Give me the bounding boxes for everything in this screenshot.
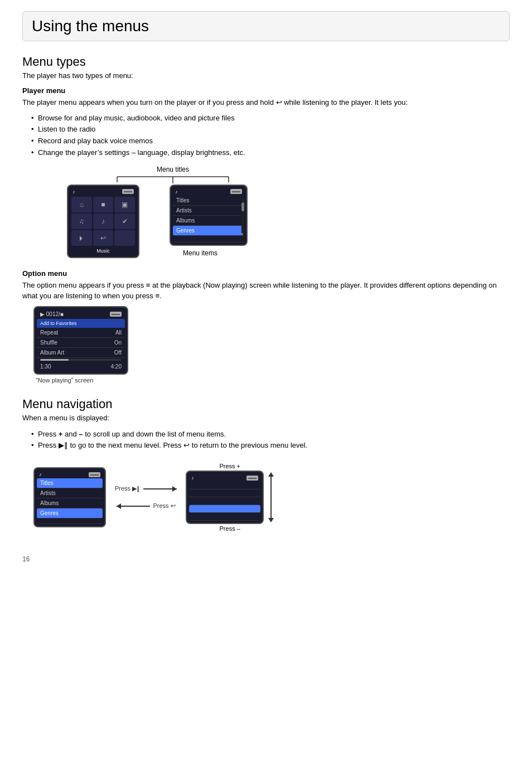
nav-right-header: ♪ ═══ (189, 474, 260, 482)
music-note-icon: ♫ (71, 214, 92, 229)
nav-arrows-middle: Press ▶‖ Press ↩ (115, 485, 177, 510)
np-albumart-value: Off (114, 350, 122, 356)
music-icon: ♪ (72, 189, 75, 195)
np-time: 1:30 4:20 (37, 362, 125, 371)
menu-music-icon: ♪ (175, 189, 178, 195)
menu-battery: ═══ (230, 189, 242, 194)
nav-right-item-2 (189, 489, 260, 497)
menu-items-list: Titles Artists Albums Genres (173, 196, 244, 243)
navigation-bullets: Press + and – to scroll up and down the … (31, 429, 510, 452)
player-menu-bullets: Browse for and play music, audiobook, vi… (31, 113, 510, 159)
page-title-box: Using the menus (22, 11, 510, 41)
menu-types-subtext: The player has two types of menu: (22, 71, 510, 80)
nav-right-battery: ═══ (246, 476, 258, 481)
nav-left-screen-container: ♪ ═══ Titles Artists Albums Genres (33, 467, 106, 527)
option-menu-label: Option menu (22, 269, 510, 278)
nav-right-item-1 (189, 482, 260, 489)
page-number-container: 16 (22, 554, 510, 563)
press-minus-text: Press – (220, 525, 240, 532)
np-row-repeat: Repeat All (37, 328, 125, 338)
vertical-arrow-container (268, 472, 274, 522)
scroll-arrow-down: ▼ (240, 232, 244, 237)
home-icon: ⌂ (71, 197, 92, 212)
nav-right-item-4 (189, 505, 260, 513)
press-back-group: Press ↩ (117, 502, 176, 510)
page-number: 16 (22, 555, 30, 563)
menu-navigation-section: Menu navigation When a menu is displayed… (22, 397, 510, 532)
back-icon: ↩ (93, 230, 114, 246)
player-menu-description: The player menu appears when you turn on… (22, 97, 510, 108)
now-playing-screen: ▶ 0012/■ ═══ Add to Favorites Repeat All… (33, 306, 128, 375)
player-menu-screen: ♪ ═══ Titles Artists Albums Genres (170, 185, 248, 246)
bullet-1: Browse for and play music, audiobook, vi… (31, 113, 510, 124)
nav-left-screen: ♪ ═══ Titles Artists Albums Genres (33, 467, 106, 527)
nav-item-albums: Albums (37, 498, 103, 508)
menu-types-heading: Menu types (22, 55, 510, 69)
player-main-screen: ♪ ═══ ⌂ ■ ▣ ♫ ♪ ✔ ⏵ ↩ Music (67, 185, 139, 258)
down-arrowhead (268, 518, 274, 522)
now-playing-diagram: ▶ 0012/■ ═══ Add to Favorites Repeat All… (33, 306, 510, 384)
nav-item-genres: Genres (37, 508, 103, 518)
press-plus-label-top: Press + (186, 463, 274, 469)
np-repeat-value: All (115, 329, 122, 336)
nav-right-screen-container: Press + ♪ ═══ (186, 463, 274, 532)
np-header: Add to Favorites (37, 319, 125, 328)
nav-right-item-3 (189, 497, 260, 505)
time-end: 4:20 (111, 363, 122, 370)
forward-arrow (143, 488, 177, 489)
empty-cell (114, 230, 135, 246)
np-row-shuffle: Shuffle On (37, 338, 125, 348)
press-back-label: Press ↩ (153, 502, 176, 510)
icons-grid: ⌂ ■ ▣ ♫ ♪ ✔ ⏵ ↩ (70, 196, 136, 247)
menu-item-artists: Artists (173, 206, 244, 216)
np-shuffle-value: On (114, 340, 122, 346)
navigation-diagram: ♪ ═══ Titles Artists Albums Genres Press… (33, 463, 510, 532)
nav-music-icon: ♪ (39, 472, 42, 477)
menu-titles-label: Menu titles (157, 166, 189, 173)
bracket-svg (112, 173, 234, 183)
press-plus-text: Press + (219, 463, 240, 469)
check-icon: ✔ (114, 214, 135, 229)
press-forward-group: Press ▶‖ (115, 485, 177, 492)
nav-bullet-1: Press + and – to scroll up and down the … (31, 429, 510, 440)
np-row-albumart: Album Art Off (37, 348, 125, 358)
nav-battery: ═══ (89, 472, 100, 477)
back-arrow (117, 506, 150, 507)
nav-left-header: ♪ ═══ (37, 471, 103, 478)
page-title: Using the menus (32, 17, 500, 35)
now-playing-caption: “Now playing” screen (36, 377, 510, 384)
camera-icon: ▣ (114, 197, 135, 212)
scroll-thumb (241, 202, 244, 211)
progress-bar (40, 359, 122, 361)
nav-right-item-5 (189, 513, 260, 521)
nav-right-row: ♪ ═══ (186, 471, 274, 524)
bullet-4: Change the player’s settings – language,… (31, 147, 510, 159)
menu-item-albums: Albums (173, 216, 244, 226)
play-icon: ⏵ (71, 230, 92, 246)
nav-item-artists: Artists (37, 488, 103, 498)
battery-icon: ═══ (122, 189, 134, 194)
nav-right-music-icon: ♪ (191, 475, 194, 481)
lock-icon: ■ (93, 197, 114, 212)
time-start: 1:30 (40, 363, 51, 370)
menu-list-container: ♪ ═══ Titles Artists Albums Genres (153, 185, 248, 257)
menu-items-label: Menu items (183, 249, 217, 257)
np-shuffle-label: Shuffle (40, 340, 57, 346)
np-battery: ═══ (110, 312, 122, 317)
progress-fill (40, 359, 69, 361)
player-menu-label: Player menu (22, 86, 510, 95)
press-forward-label: Press ▶‖ (115, 485, 140, 492)
player-menu-subsection: Player menu The player menu appears when… (22, 86, 510, 159)
vertical-line (270, 477, 272, 518)
np-repeat-label: Repeat (40, 329, 58, 336)
menu-item-genres: Genres (173, 226, 244, 236)
menu-types-section: Menu types The player has two types of m… (22, 55, 510, 384)
menu-navigation-heading: Menu navigation (22, 397, 510, 411)
screen-header: ♪ ═══ (70, 188, 136, 196)
menu-item-titles: Titles (173, 196, 244, 206)
menu-screen-header: ♪ ═══ (173, 188, 244, 196)
scroll-track: ▼ (241, 198, 244, 237)
menu-item-empty (173, 236, 244, 243)
bullet-3: Record and play back voice memos (31, 135, 510, 147)
menu-diagram-section: Menu titles ♪ ═══ ⌂ (22, 166, 510, 258)
